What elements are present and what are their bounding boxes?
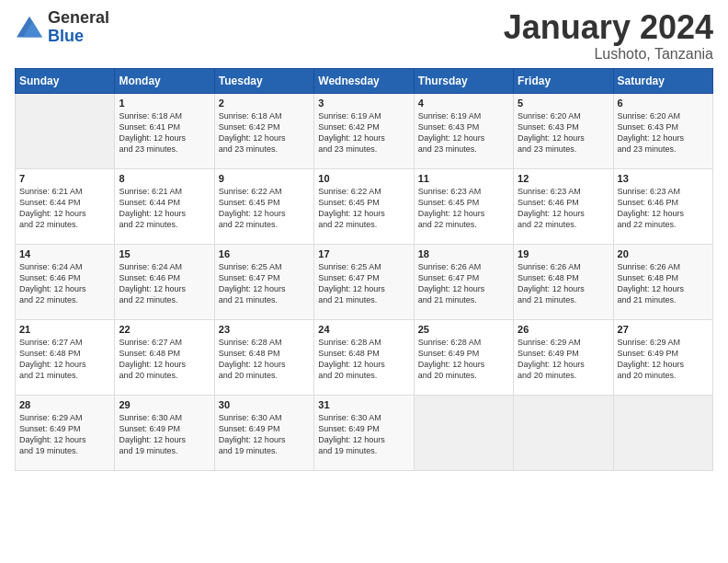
day-info: Sunrise: 6:26 AM Sunset: 6:48 PM Dayligh… (618, 261, 709, 306)
day-number: 13 (618, 173, 709, 184)
day-info: Sunrise: 6:29 AM Sunset: 6:49 PM Dayligh… (19, 412, 110, 457)
day-number: 17 (318, 248, 409, 259)
day-info: Sunrise: 6:25 AM Sunset: 6:47 PM Dayligh… (219, 261, 310, 306)
logo-text: General Blue (48, 9, 109, 46)
header: General Blue January 2024 Lushoto, Tanza… (15, 9, 713, 63)
day-number: 6 (618, 98, 709, 109)
table-row: 25Sunrise: 6:28 AM Sunset: 6:49 PM Dayli… (414, 319, 513, 395)
header-tuesday: Tuesday (214, 68, 313, 93)
day-info: Sunrise: 6:24 AM Sunset: 6:46 PM Dayligh… (119, 261, 210, 306)
day-number: 27 (618, 324, 709, 335)
day-number: 24 (318, 324, 409, 335)
day-info: Sunrise: 6:29 AM Sunset: 6:49 PM Dayligh… (518, 337, 609, 382)
day-info: Sunrise: 6:23 AM Sunset: 6:46 PM Dayligh… (518, 186, 609, 231)
table-row: 9Sunrise: 6:22 AM Sunset: 6:45 PM Daylig… (214, 168, 313, 244)
day-number: 26 (518, 324, 609, 335)
page: General Blue January 2024 Lushoto, Tanza… (0, 0, 728, 563)
table-row: 11Sunrise: 6:23 AM Sunset: 6:45 PM Dayli… (414, 168, 513, 244)
table-row: 3Sunrise: 6:19 AM Sunset: 6:42 PM Daylig… (314, 93, 414, 168)
table-row (414, 395, 513, 470)
calendar-row: 21Sunrise: 6:27 AM Sunset: 6:48 PM Dayli… (16, 319, 713, 395)
logo: General Blue (15, 9, 109, 46)
day-info: Sunrise: 6:20 AM Sunset: 6:43 PM Dayligh… (618, 110, 709, 155)
header-wednesday: Wednesday (314, 68, 414, 93)
logo-blue-text: Blue (48, 28, 109, 46)
calendar-row: 1Sunrise: 6:18 AM Sunset: 6:41 PM Daylig… (16, 93, 713, 168)
day-info: Sunrise: 6:26 AM Sunset: 6:48 PM Dayligh… (518, 261, 609, 306)
table-row: 15Sunrise: 6:24 AM Sunset: 6:46 PM Dayli… (115, 244, 214, 319)
day-number: 8 (119, 173, 210, 184)
day-number: 28 (19, 399, 110, 410)
day-info: Sunrise: 6:30 AM Sunset: 6:49 PM Dayligh… (119, 412, 210, 457)
weekday-header-row: Sunday Monday Tuesday Wednesday Thursday… (16, 68, 713, 93)
table-row: 7Sunrise: 6:21 AM Sunset: 6:44 PM Daylig… (16, 168, 115, 244)
day-number: 30 (219, 399, 310, 410)
logo-general-text: General (48, 9, 109, 28)
month-title: January 2024 (504, 9, 713, 46)
day-info: Sunrise: 6:27 AM Sunset: 6:48 PM Dayligh… (19, 337, 110, 382)
day-number: 10 (318, 173, 409, 184)
logo-icon (15, 15, 44, 40)
table-row: 17Sunrise: 6:25 AM Sunset: 6:47 PM Dayli… (314, 244, 414, 319)
table-row: 24Sunrise: 6:28 AM Sunset: 6:48 PM Dayli… (314, 319, 414, 395)
header-monday: Monday (115, 68, 214, 93)
table-row: 27Sunrise: 6:29 AM Sunset: 6:49 PM Dayli… (613, 319, 712, 395)
header-sunday: Sunday (16, 68, 115, 93)
day-number: 19 (518, 248, 609, 259)
day-info: Sunrise: 6:18 AM Sunset: 6:42 PM Dayligh… (219, 110, 310, 155)
table-row (16, 93, 115, 168)
table-row: 6Sunrise: 6:20 AM Sunset: 6:43 PM Daylig… (613, 93, 712, 168)
day-number: 15 (119, 248, 210, 259)
table-row: 26Sunrise: 6:29 AM Sunset: 6:49 PM Dayli… (514, 319, 613, 395)
day-info: Sunrise: 6:23 AM Sunset: 6:45 PM Dayligh… (418, 186, 509, 231)
day-number: 11 (418, 173, 509, 184)
day-info: Sunrise: 6:30 AM Sunset: 6:49 PM Dayligh… (318, 412, 409, 457)
header-saturday: Saturday (613, 68, 712, 93)
day-info: Sunrise: 6:19 AM Sunset: 6:43 PM Dayligh… (418, 110, 509, 155)
title-block: January 2024 Lushoto, Tanzania (504, 9, 713, 63)
table-row: 22Sunrise: 6:27 AM Sunset: 6:48 PM Dayli… (115, 319, 214, 395)
day-number: 14 (19, 248, 110, 259)
location-title: Lushoto, Tanzania (504, 46, 713, 63)
table-row: 19Sunrise: 6:26 AM Sunset: 6:48 PM Dayli… (514, 244, 613, 319)
day-info: Sunrise: 6:24 AM Sunset: 6:46 PM Dayligh… (19, 261, 110, 306)
day-info: Sunrise: 6:29 AM Sunset: 6:49 PM Dayligh… (618, 337, 709, 382)
table-row: 29Sunrise: 6:30 AM Sunset: 6:49 PM Dayli… (115, 395, 214, 470)
table-row: 10Sunrise: 6:22 AM Sunset: 6:45 PM Dayli… (314, 168, 414, 244)
day-number: 23 (219, 324, 310, 335)
day-info: Sunrise: 6:30 AM Sunset: 6:49 PM Dayligh… (219, 412, 310, 457)
day-info: Sunrise: 6:20 AM Sunset: 6:43 PM Dayligh… (518, 110, 609, 155)
calendar-row: 14Sunrise: 6:24 AM Sunset: 6:46 PM Dayli… (16, 244, 713, 319)
day-info: Sunrise: 6:28 AM Sunset: 6:48 PM Dayligh… (318, 337, 409, 382)
header-friday: Friday (514, 68, 613, 93)
day-info: Sunrise: 6:28 AM Sunset: 6:48 PM Dayligh… (219, 337, 310, 382)
calendar-row: 7Sunrise: 6:21 AM Sunset: 6:44 PM Daylig… (16, 168, 713, 244)
table-row: 12Sunrise: 6:23 AM Sunset: 6:46 PM Dayli… (514, 168, 613, 244)
table-row (514, 395, 613, 470)
day-number: 18 (418, 248, 509, 259)
day-number: 12 (518, 173, 609, 184)
table-row: 2Sunrise: 6:18 AM Sunset: 6:42 PM Daylig… (214, 93, 313, 168)
day-number: 16 (219, 248, 310, 259)
day-info: Sunrise: 6:23 AM Sunset: 6:46 PM Dayligh… (618, 186, 709, 231)
table-row: 31Sunrise: 6:30 AM Sunset: 6:49 PM Dayli… (314, 395, 414, 470)
day-info: Sunrise: 6:22 AM Sunset: 6:45 PM Dayligh… (318, 186, 409, 231)
table-row: 23Sunrise: 6:28 AM Sunset: 6:48 PM Dayli… (214, 319, 313, 395)
day-number: 7 (19, 173, 110, 184)
day-info: Sunrise: 6:28 AM Sunset: 6:49 PM Dayligh… (418, 337, 509, 382)
day-info: Sunrise: 6:22 AM Sunset: 6:45 PM Dayligh… (219, 186, 310, 231)
table-row: 18Sunrise: 6:26 AM Sunset: 6:47 PM Dayli… (414, 244, 513, 319)
day-number: 22 (119, 324, 210, 335)
day-number: 21 (19, 324, 110, 335)
day-number: 2 (219, 98, 310, 109)
day-number: 31 (318, 399, 409, 410)
table-row: 5Sunrise: 6:20 AM Sunset: 6:43 PM Daylig… (514, 93, 613, 168)
day-number: 29 (119, 399, 210, 410)
day-info: Sunrise: 6:21 AM Sunset: 6:44 PM Dayligh… (19, 186, 110, 231)
table-row (613, 395, 712, 470)
day-number: 9 (219, 173, 310, 184)
table-row: 21Sunrise: 6:27 AM Sunset: 6:48 PM Dayli… (16, 319, 115, 395)
calendar-table: Sunday Monday Tuesday Wednesday Thursday… (15, 68, 713, 471)
day-info: Sunrise: 6:26 AM Sunset: 6:47 PM Dayligh… (418, 261, 509, 306)
table-row: 13Sunrise: 6:23 AM Sunset: 6:46 PM Dayli… (613, 168, 712, 244)
